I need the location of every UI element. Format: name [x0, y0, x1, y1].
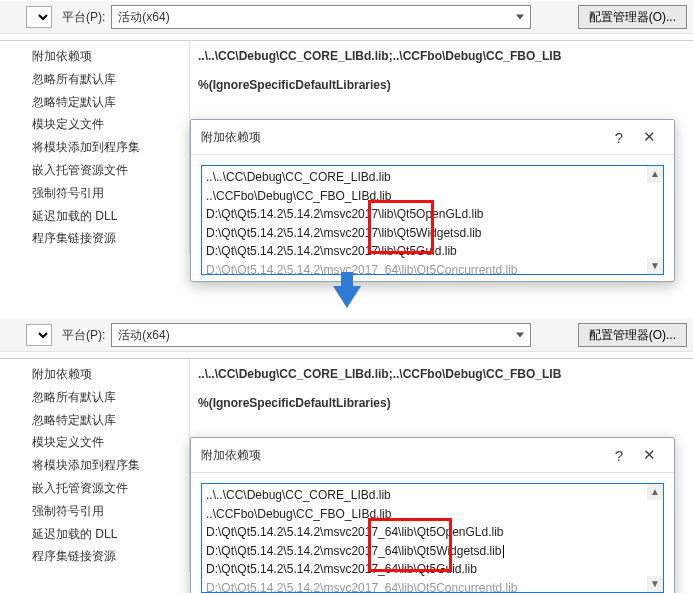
vertical-scrollbar[interactable]: ▲ ▼: [647, 166, 663, 274]
platform-label: 平台(P):: [62, 327, 105, 344]
property-names: 附加依赖项 忽略所有默认库 忽略特定默认库 模块定义文件 将模块添加到程序集 嵌…: [0, 41, 190, 254]
prop-item[interactable]: 附加依赖项: [28, 45, 189, 68]
config-manager-button[interactable]: 配置管理器(O)...: [578, 5, 687, 29]
platform-value: 活动(x64): [118, 9, 169, 26]
platform-label: 平台(P):: [62, 9, 105, 26]
dep-line: D:\Qt\Qt5.14.2\5.14.2\msvc2017\lib\Qt5Gu…: [206, 242, 659, 261]
dep-line: D:\Qt\Qt5.14.2\5.14.2\msvc2017\lib\Qt5Wi…: [206, 224, 659, 243]
dep-line: D:\Qt\Qt5.14.2\5.14.2\msvc2017_64\lib\Qt…: [206, 542, 659, 561]
prop-item[interactable]: 忽略所有默认库: [28, 68, 189, 91]
prop-item[interactable]: 延迟加载的 DLL: [28, 523, 189, 546]
scroll-down-icon[interactable]: ▼: [647, 258, 663, 274]
scroll-down-icon[interactable]: ▼: [647, 576, 663, 592]
deps-textarea[interactable]: ..\..\CC\Debug\CC_CORE_LIBd.lib ..\CCFbo…: [201, 165, 664, 275]
close-button[interactable]: ✕: [634, 444, 664, 466]
additional-deps-dialog: 附加依赖项 ? ✕ ..\..\CC\Debug\CC_CORE_LIBd.li…: [190, 119, 675, 282]
configuration-dropdown[interactable]: [26, 324, 52, 346]
ignore-specific-value[interactable]: %(IgnoreSpecificDefaultLibraries): [196, 74, 687, 97]
config-manager-button[interactable]: 配置管理器(O)...: [578, 323, 687, 347]
dep-line: ..\CCFbo\Debug\CC_FBO_LIBd.lib: [206, 505, 659, 524]
dialog-body: ..\..\CC\Debug\CC_CORE_LIBd.lib ..\CCFbo…: [191, 155, 674, 281]
prop-item[interactable]: 强制符号引用: [28, 500, 189, 523]
deps-textarea[interactable]: ..\..\CC\Debug\CC_CORE_LIBd.lib ..\CCFbo…: [201, 483, 664, 593]
platform-dropdown[interactable]: 活动(x64): [111, 323, 531, 347]
prop-item[interactable]: 嵌入托管资源文件: [28, 477, 189, 500]
dep-line: ..\..\CC\Debug\CC_CORE_LIBd.lib: [206, 168, 659, 187]
dep-line: D:\Qt\Qt5.14.2\5.14.2\msvc2017_64\lib\Qt…: [206, 261, 659, 275]
help-button[interactable]: ?: [604, 444, 634, 466]
prop-item[interactable]: 忽略特定默认库: [28, 91, 189, 114]
dep-line: D:\Qt\Qt5.14.2\5.14.2\msvc2017_64\lib\Qt…: [206, 560, 659, 579]
scroll-up-icon[interactable]: ▲: [647, 484, 663, 500]
prop-item[interactable]: 模块定义文件: [28, 113, 189, 136]
prop-item[interactable]: 将模块添加到程序集: [28, 136, 189, 159]
dep-line: D:\Qt\Qt5.14.2\5.14.2\msvc2017_64\lib\Qt…: [206, 579, 659, 593]
prop-item[interactable]: 程序集链接资源: [28, 545, 189, 568]
dep-line: ..\CCFbo\Debug\CC_FBO_LIBd.lib: [206, 187, 659, 206]
additional-deps-dialog: 附加依赖项 ? ✕ ..\..\CC\Debug\CC_CORE_LIBd.li…: [190, 437, 675, 593]
property-names: 附加依赖项 忽略所有默认库 忽略特定默认库 模块定义文件 将模块添加到程序集 嵌…: [0, 359, 190, 572]
dep-line: D:\Qt\Qt5.14.2\5.14.2\msvc2017_64\lib\Qt…: [206, 523, 659, 542]
scroll-up-icon[interactable]: ▲: [647, 166, 663, 182]
configuration-dropdown[interactable]: [26, 6, 52, 28]
platform-dropdown[interactable]: 活动(x64): [111, 5, 531, 29]
prop-item[interactable]: 忽略特定默认库: [28, 409, 189, 432]
prop-item[interactable]: 忽略所有默认库: [28, 386, 189, 409]
dialog-body: ..\..\CC\Debug\CC_CORE_LIBd.lib ..\CCFbo…: [191, 473, 674, 593]
dialog-title-text: 附加依赖项: [201, 447, 261, 464]
panel-before: 平台(P): 活动(x64) 配置管理器(O)... 附加依赖项 忽略所有默认库…: [0, 0, 693, 275]
prop-item[interactable]: 强制符号引用: [28, 182, 189, 205]
ignore-specific-value[interactable]: %(IgnoreSpecificDefaultLibraries): [196, 392, 687, 415]
dialog-titlebar: 附加依赖项 ? ✕: [191, 120, 674, 155]
panel-after: 平台(P): 活动(x64) 配置管理器(O)... 附加依赖项 忽略所有默认库…: [0, 318, 693, 593]
prop-item[interactable]: 将模块添加到程序集: [28, 454, 189, 477]
toolbar: 平台(P): 活动(x64) 配置管理器(O)...: [0, 319, 693, 352]
dialog-titlebar: 附加依赖项 ? ✕: [191, 438, 674, 473]
dep-line: ..\..\CC\Debug\CC_CORE_LIBd.lib: [206, 486, 659, 505]
toolbar: 平台(P): 活动(x64) 配置管理器(O)...: [0, 1, 693, 34]
prop-item[interactable]: 延迟加载的 DLL: [28, 205, 189, 228]
dep-line: D:\Qt\Qt5.14.2\5.14.2\msvc2017\lib\Qt5Op…: [206, 205, 659, 224]
arrow-down-icon: [333, 286, 361, 308]
platform-value: 活动(x64): [118, 327, 169, 344]
close-button[interactable]: ✕: [634, 126, 664, 148]
dialog-title-text: 附加依赖项: [201, 129, 261, 146]
additional-deps-value[interactable]: ..\..\CC\Debug\CC_CORE_LIBd.lib;..\CCFbo…: [196, 363, 687, 386]
vertical-scrollbar[interactable]: ▲ ▼: [647, 484, 663, 592]
prop-item[interactable]: 附加依赖项: [28, 363, 189, 386]
help-button[interactable]: ?: [604, 126, 634, 148]
prop-item[interactable]: 嵌入托管资源文件: [28, 159, 189, 182]
prop-item[interactable]: 程序集链接资源: [28, 227, 189, 250]
additional-deps-value[interactable]: ..\..\CC\Debug\CC_CORE_LIBd.lib;..\CCFbo…: [196, 45, 687, 68]
prop-item[interactable]: 模块定义文件: [28, 431, 189, 454]
